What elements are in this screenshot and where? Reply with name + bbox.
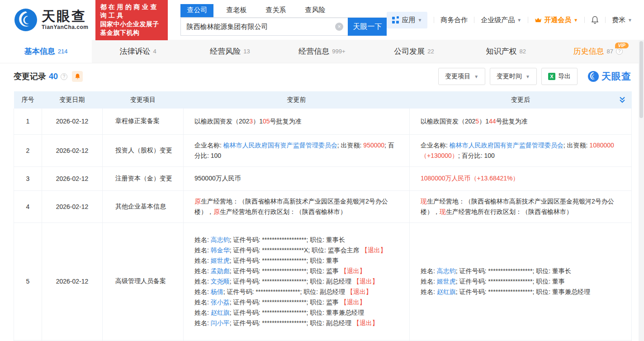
- change-date: 2026-02-12: [42, 223, 103, 340]
- search-input[interactable]: [180, 18, 348, 36]
- monitor-bell-icon[interactable]: [72, 71, 83, 82]
- entity-link[interactable]: 榆林市人民政府国有资产监督管理委员会: [223, 142, 337, 149]
- export-button[interactable]: X 导出: [541, 68, 578, 85]
- entity-link[interactable]: 赵红旗: [437, 288, 456, 295]
- entity-link[interactable]: 赵红旗: [211, 309, 230, 316]
- search-tab-relation[interactable]: 查关系: [259, 4, 292, 17]
- entity-link[interactable]: 姬世虎: [211, 257, 230, 264]
- table-row: 22026-02-12投资人（股权）变更企业名称: 榆林市人民政府国有资产监督管…: [14, 134, 632, 166]
- search-tabs: 查公司 查老板 查关系 查风险: [180, 4, 387, 18]
- cell-text: 姓名:: [421, 278, 437, 285]
- changed-text: 原: [194, 198, 201, 205]
- col-header-item: 变更项目: [103, 91, 184, 109]
- cell-text: ; 证件号码: ******************; 职位: 副总经理: [223, 288, 347, 295]
- cell-text: 姓名:: [194, 267, 211, 275]
- changed-text: 现: [440, 208, 446, 215]
- cell-text: ; 出资额:: [564, 142, 590, 149]
- cell-text: ; 证件号码: ******************; 职位: 董事兼总经理: [230, 309, 364, 316]
- scrollbar[interactable]: [639, 40, 644, 341]
- cell-text: 姓名:: [194, 246, 211, 254]
- changed-text: 现: [421, 198, 427, 205]
- search-tab-boss[interactable]: 查老板: [220, 4, 253, 17]
- changed-text: 【退出】: [353, 319, 379, 327]
- tab-intellectual-property[interactable]: 知识产权 82: [460, 40, 552, 63]
- changed-text: 1080000万人民币（+13.68421%）: [421, 175, 519, 182]
- changed-text: 原: [213, 208, 220, 215]
- tab-legal-litigation[interactable]: 法律诉讼 4: [92, 40, 184, 63]
- username: 费米: [612, 16, 625, 24]
- tianyancha-eye-icon: [14, 8, 38, 32]
- search-tab-risk[interactable]: 查风险: [298, 4, 331, 17]
- slogan-line1: 都在用的商业查询工具: [100, 3, 163, 20]
- cell-text: 姓名:: [194, 298, 211, 306]
- entity-link[interactable]: 张小荔: [211, 298, 230, 306]
- entity-link[interactable]: 文尧顺: [211, 278, 230, 285]
- change-date: 2026-02-12: [42, 190, 103, 223]
- change-date: 2026-02-12: [42, 166, 103, 190]
- entity-link[interactable]: 闫小平: [211, 319, 230, 327]
- chevron-down-icon: ▼: [526, 74, 530, 79]
- notification-bell-icon[interactable]: [591, 16, 599, 24]
- user-menu[interactable]: 费米 ▼: [612, 16, 632, 24]
- entity-link[interactable]: 高志钧: [437, 267, 456, 275]
- help-icon[interactable]: ?: [616, 48, 623, 55]
- tab-history-info[interactable]: 历史信息 87 ? VIP: [552, 40, 644, 63]
- col-header-no: 序号: [14, 91, 42, 109]
- tab-operation-info[interactable]: 经营信息 999+: [276, 40, 368, 63]
- filter-change-item-button[interactable]: 变更项目 ▼: [438, 68, 485, 85]
- change-date: 2026-02-12: [42, 109, 103, 134]
- change-item: 高级管理人员备案: [103, 223, 184, 340]
- tab-company-development[interactable]: 公司发展 22: [368, 40, 460, 63]
- entity-link[interactable]: 榆林市人民政府国有资产监督管理委员会: [450, 142, 564, 149]
- entity-link[interactable]: 孟勋彪: [211, 267, 230, 275]
- changed-text: 05: [263, 118, 270, 125]
- help-icon[interactable]: ?: [61, 73, 67, 80]
- watermark-logo: 天眼查: [587, 70, 631, 83]
- brand-domain: TianYanCha.com: [42, 24, 88, 30]
- cell-text: ）1: [479, 118, 489, 125]
- entity-link[interactable]: 杨倩: [211, 288, 223, 295]
- open-vip-button[interactable]: 开通会员 ▼: [535, 16, 578, 24]
- menu-cooperation[interactable]: 商务合作: [440, 16, 468, 24]
- cell-text: 姓名:: [194, 236, 211, 243]
- search-button[interactable]: 天眼一下: [348, 18, 387, 36]
- after-cell: 1080000万人民币（+13.68421%）: [410, 166, 632, 190]
- tianyancha-logo[interactable]: 天眼查 TianYanCha.com: [14, 8, 88, 32]
- entity-link[interactable]: 姬世虎: [437, 278, 456, 285]
- before-cell: 950000万人民币: [184, 166, 410, 190]
- cell-text: 生产经营地所在行政区划：（陕西省榆林市）: [220, 208, 346, 215]
- table-row: 52026-02-12高级管理人员备案姓名: 高志钧; 证件号码: ******…: [14, 223, 632, 340]
- watermark-text: 天眼查: [601, 70, 631, 83]
- expand-all-icon[interactable]: [619, 96, 625, 103]
- tab-operation-risk[interactable]: 经营风险 13: [184, 40, 276, 63]
- cell-text: 企业名称:: [194, 142, 223, 149]
- divider: [434, 17, 434, 23]
- scrollbar-thumb[interactable]: [639, 41, 643, 118]
- changed-text: 【退出】: [347, 288, 372, 295]
- after-cell: 姓名: 高志钧; 证件号码: ******************; 职位: 董…: [410, 223, 632, 340]
- change-date: 2026-02-12: [42, 134, 103, 166]
- cell-text: ; 证件号码: *****************X; 职位: 监事会主席: [230, 246, 361, 254]
- section-title: 变更记录: [14, 71, 46, 82]
- cell-text: 企业名称:: [421, 142, 450, 149]
- cell-text: 生产经营地所在行政区划：（陕西省榆林市）: [446, 208, 573, 215]
- cell-text: 姓名:: [194, 309, 211, 316]
- table-header-row: 序号 变更日期 变更项目 变更前 变更后: [14, 91, 632, 109]
- apps-menu[interactable]: 应用 ▼: [387, 12, 427, 28]
- header-menu: 应用 ▼ 商务合作 企业级产品 ▼ 开通会员 ▼ 费米 ▼: [387, 12, 632, 28]
- entity-link[interactable]: 韩金华: [211, 246, 230, 254]
- change-item: 注册资本（金）变更: [103, 166, 184, 190]
- divider: [584, 17, 585, 23]
- changed-text: 【退出】: [341, 267, 366, 275]
- filter-change-time-button[interactable]: 变更时间 ▼: [490, 68, 537, 85]
- chevron-down-icon: ▼: [474, 74, 478, 79]
- menu-enterprise[interactable]: 企业级产品 ▼: [481, 16, 521, 24]
- changed-text: 【退出】: [341, 298, 366, 306]
- search-tab-company[interactable]: 查公司: [180, 4, 213, 17]
- col-header-after: 变更后: [410, 91, 632, 109]
- change-item: 其他企业基本信息: [103, 190, 184, 223]
- change-record-section-bar: 变更记录 40 ? 变更项目 ▼ 变更时间 ▼ X 导出 天眼查: [0, 63, 644, 90]
- changed-text: 3: [249, 118, 253, 125]
- tab-basic-info[interactable]: 基本信息 214: [0, 40, 92, 63]
- entity-link[interactable]: 高志钧: [211, 236, 230, 243]
